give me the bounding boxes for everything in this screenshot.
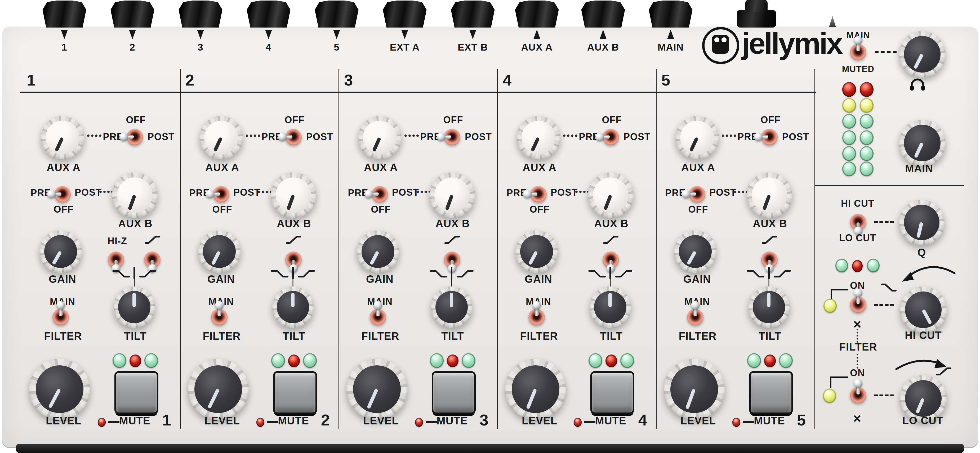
hi-lo-cut-select-switch[interactable]	[850, 211, 867, 233]
top-encoder-knob[interactable]	[737, 10, 776, 27]
top-jack-knob[interactable]	[41, 0, 87, 27]
gain-knob[interactable]	[198, 230, 240, 273]
aux-b-mode-switch[interactable]	[371, 183, 388, 205]
aux-a-mode-switch[interactable]	[761, 126, 778, 148]
signal-led	[589, 353, 602, 368]
gain-label: GAIN	[189, 273, 253, 285]
clip-led	[288, 354, 300, 367]
signal-led	[462, 353, 476, 368]
main-filter-switch[interactable]	[687, 306, 704, 328]
main-filter-switch[interactable]	[52, 306, 69, 328]
top-jack-knob[interactable]	[178, 0, 223, 27]
aux-a-off-label: OFF	[588, 114, 636, 126]
main-level-knob[interactable]	[899, 120, 945, 166]
aux-a-mode-switch[interactable]	[285, 126, 302, 148]
tilt-knob[interactable]	[114, 286, 155, 328]
aux-a-off-label: OFF	[747, 114, 794, 126]
aux-a-mode-switch[interactable]	[444, 126, 461, 148]
gain-label: GAIN	[31, 273, 94, 285]
aux-b-mode-switch[interactable]	[689, 183, 706, 205]
aux-b-mode-switch[interactable]	[213, 183, 230, 205]
signal-led	[271, 353, 285, 368]
top-jack-knob[interactable]	[514, 0, 560, 27]
gain-knob[interactable]	[674, 230, 716, 273]
channel-number-bottom: 5	[792, 411, 811, 429]
top-jack-knob[interactable]	[382, 0, 428, 27]
aux-b-off-label: OFF	[521, 204, 558, 215]
meter-led	[842, 82, 856, 97]
main-filter-switch[interactable]	[369, 306, 387, 328]
aux-b-knob[interactable]	[588, 172, 633, 218]
aux-b-label: AUX B	[262, 218, 326, 230]
hi-cut-on-switch[interactable]	[850, 293, 867, 316]
aux-b-knob[interactable]	[271, 172, 316, 218]
level-label: LEVEL	[508, 415, 571, 427]
hi-cut-position-label: HI CUT	[831, 198, 884, 209]
main-filter-switch[interactable]	[211, 306, 228, 328]
aux-a-off-label: OFF	[112, 114, 160, 126]
tilt-label: TILT	[262, 330, 326, 342]
level-knob[interactable]	[29, 359, 90, 420]
mute-button[interactable]	[749, 371, 793, 414]
aux-a-knob[interactable]	[41, 116, 84, 159]
aux-a-label: AUX A	[508, 162, 571, 173]
tilt-knob[interactable]	[748, 286, 789, 328]
tilt-label: TILT	[579, 330, 643, 342]
mute-button[interactable]	[273, 371, 317, 414]
level-knob[interactable]	[347, 359, 407, 420]
lo-cut-off-mark: ×	[850, 410, 865, 426]
top-encoder-cap[interactable]	[745, 0, 768, 12]
aux-b-knob[interactable]	[747, 172, 792, 218]
level-label: LEVEL	[349, 415, 413, 427]
signal-led	[430, 353, 444, 368]
master-section: MAIN MUTED MAIN HI CUT LO CUT Q ON × HI …	[815, 27, 980, 448]
level-knob[interactable]	[505, 359, 566, 420]
top-jack-knob[interactable]	[110, 0, 155, 27]
signal-led	[747, 353, 761, 368]
aux-b-mode-switch[interactable]	[54, 183, 71, 205]
top-jack-knob[interactable]	[648, 0, 694, 27]
top-jack-knob[interactable]	[450, 0, 496, 27]
meter-led	[860, 114, 873, 129]
channel-strip: 2 OFF PRE POST AUX A PRE POST OFF AUX B …	[181, 27, 339, 448]
monitor-mute-switch[interactable]	[850, 41, 867, 63]
top-jack-knob[interactable]	[580, 0, 626, 27]
aux-a-knob[interactable]	[199, 116, 243, 159]
channel-strip: 3 OFF PRE POST AUX A PRE POST OFF AUX B …	[339, 27, 498, 448]
hi-cut-knob[interactable]	[900, 286, 947, 333]
aux-a-mode-switch[interactable]	[602, 126, 619, 148]
gain-label: GAIN	[348, 273, 412, 285]
level-knob[interactable]	[664, 359, 725, 420]
gain-knob[interactable]	[40, 230, 82, 273]
aux-b-knob[interactable]	[430, 172, 475, 218]
aux-a-label: AUX A	[349, 162, 413, 173]
tilt-knob[interactable]	[272, 286, 313, 328]
top-mini-toggle-icon[interactable]	[829, 16, 836, 27]
aux-b-mode-switch[interactable]	[530, 183, 547, 205]
top-jack-knob[interactable]	[314, 0, 360, 27]
phones-knob[interactable]	[899, 31, 945, 78]
mute-button[interactable]	[115, 371, 158, 414]
aux-a-knob[interactable]	[517, 116, 560, 159]
gain-knob[interactable]	[357, 230, 399, 273]
level-knob[interactable]	[188, 359, 249, 420]
level-label: LEVEL	[667, 415, 730, 427]
dotted-connector	[258, 191, 272, 193]
gain-knob[interactable]	[515, 230, 558, 273]
tilt-knob[interactable]	[431, 286, 472, 328]
aux-b-knob[interactable]	[112, 172, 158, 218]
q-knob[interactable]	[899, 200, 945, 245]
main-filter-switch[interactable]	[528, 306, 545, 328]
lo-cut-on-led	[823, 389, 836, 403]
aux-a-knob[interactable]	[358, 116, 401, 159]
mute-button[interactable]	[432, 371, 476, 414]
tilt-knob[interactable]	[590, 286, 631, 328]
aux-a-knob[interactable]	[675, 116, 719, 159]
mute-button[interactable]	[590, 371, 634, 414]
aux-a-mode-switch[interactable]	[126, 126, 143, 148]
meter-led	[860, 98, 873, 113]
top-jack-knob[interactable]	[246, 0, 291, 27]
dotted-connector	[734, 191, 748, 193]
headphones-icon	[910, 78, 926, 91]
lo-cut-on-switch[interactable]	[850, 384, 867, 406]
